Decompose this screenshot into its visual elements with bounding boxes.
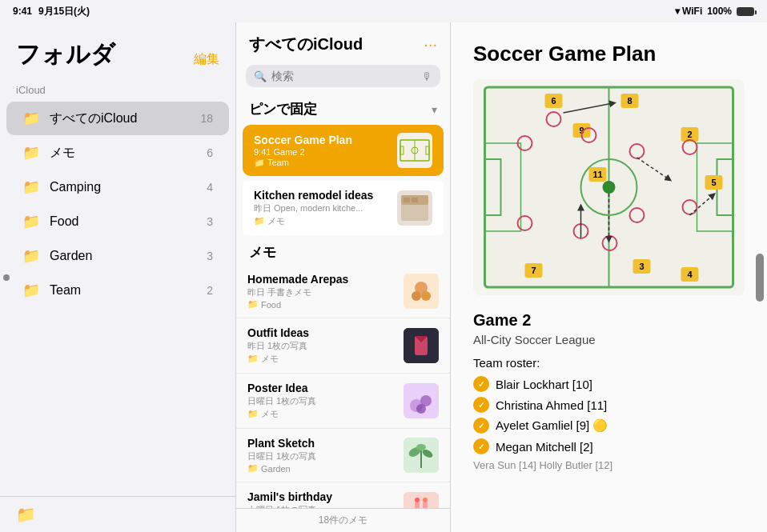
status-bar: 9:41 9月15日(火) ▾ WiFi 100% xyxy=(0,0,767,22)
roster-dot: ✓ xyxy=(473,376,489,392)
folder-icon: 📁 xyxy=(254,216,265,226)
folder-icon: 📁 xyxy=(247,354,259,364)
folder-name: Camping xyxy=(50,180,207,194)
svg-point-24 xyxy=(416,444,426,450)
folder-item-garden[interactable]: 📁 Garden 3 xyxy=(6,239,229,273)
game-title: Game 2 xyxy=(473,311,745,330)
detail-title: Soccer Game Plan xyxy=(473,42,745,66)
folder-count: 2 xyxy=(207,284,213,297)
svg-text:5: 5 xyxy=(711,178,716,187)
edit-button[interactable]: 編集 xyxy=(194,51,219,71)
folder-item-すべてのicloud[interactable]: 📁 すべてのiCloud 18 xyxy=(6,102,229,135)
pinned-note-kitchen[interactable]: Kitchen remodel ideas 昨日 Open, modern ki… xyxy=(243,181,444,235)
note-meta: 9:41 Game 2 xyxy=(254,147,389,157)
note-text: Poster Idea 日曜日 1枚の写真 📁 メモ xyxy=(247,382,396,420)
note-title: Plant Sketch xyxy=(247,437,396,450)
folders-panel: フォルダ 編集 iCloud 📁 すべてのiCloud 18 📁 メモ 6 📁 … xyxy=(0,22,236,532)
status-date: 9月15日(火) xyxy=(38,5,90,18)
folder-count: 3 xyxy=(207,250,213,262)
microphone-icon[interactable]: 🎙 xyxy=(422,70,432,82)
notes-panel-title: すべてのiCloud xyxy=(249,34,363,55)
note-thumbnail-birthday xyxy=(404,492,439,508)
note-birthday[interactable]: Jamil's birthday 土曜日 1枚の写真 📁 メモ xyxy=(236,482,450,508)
roster-dot: ✓ xyxy=(473,418,489,434)
note-title: Kitchen remodel ideas xyxy=(254,189,389,202)
folder-list: 📁 すべてのiCloud 18 📁 メモ 6 📁 Camping 4 📁 Foo… xyxy=(0,101,235,496)
note-meta: 日曜日 1枚の写真 xyxy=(247,395,396,407)
svg-text:2: 2 xyxy=(687,130,692,139)
battery-icon xyxy=(737,7,754,16)
folder-icon: 📁 xyxy=(247,463,259,474)
folder-item-camping[interactable]: 📁 Camping 4 xyxy=(6,170,229,204)
roster-name: Christina Ahmed [11] xyxy=(496,398,607,412)
folder-name: Garden xyxy=(50,249,207,263)
roster-name: Vera Sun [14] Holly Butler [12] xyxy=(473,459,612,471)
note-text: Outfit Ideas 昨日 1枚の写真 📁 メモ xyxy=(247,326,396,365)
pinned-section-header: ピンで固定 ▾ xyxy=(236,94,450,122)
wifi-icon: ▾ WiFi xyxy=(675,6,703,17)
note-text: Soccer Game Plan 9:41 Game 2 📁 Team xyxy=(254,134,389,168)
note-thumbnail-plant xyxy=(404,438,439,473)
status-time: 9:41 xyxy=(13,6,32,17)
folder-name: Team xyxy=(50,283,207,298)
roster-item-5: Vera Sun [14] Holly Butler [12] xyxy=(473,459,745,471)
folder-icon: 📁 xyxy=(22,213,40,230)
note-thumbnail-soccer xyxy=(397,133,432,168)
pinned-chevron-icon[interactable]: ▾ xyxy=(432,103,437,116)
note-folder: 📁 メモ xyxy=(247,353,396,365)
notes-section-header: メモ xyxy=(236,237,450,265)
svg-rect-8 xyxy=(412,198,418,202)
note-thumbnail-poster xyxy=(404,383,439,418)
roster-name: Ayelet Gamliel [9] 🟡 xyxy=(496,418,608,433)
new-folder-button[interactable]: 📁 xyxy=(16,505,36,524)
folder-icon: 📁 xyxy=(247,409,259,419)
note-meta: 日曜日 1枚の写真 xyxy=(247,450,396,462)
folder-icon: 📁 xyxy=(22,144,40,162)
search-bar[interactable]: 🔍 🎙 xyxy=(246,65,440,87)
note-outfit[interactable]: Outfit Ideas 昨日 1枚の写真 📁 メモ xyxy=(236,318,450,374)
svg-point-11 xyxy=(412,291,421,301)
svg-point-29 xyxy=(415,498,420,502)
svg-text:4: 4 xyxy=(687,270,693,279)
folder-item-メモ[interactable]: 📁 メモ 6 xyxy=(6,136,229,170)
note-title: Jamil's birthday xyxy=(247,490,396,503)
svg-point-12 xyxy=(421,291,431,301)
folder-icon: 📁 xyxy=(254,158,265,168)
notes-panel-header: すべてのiCloud ··· xyxy=(236,22,450,62)
note-arepas[interactable]: Homemade Arepas 昨日 手書きメモ 📁 Food xyxy=(236,265,450,318)
svg-rect-25 xyxy=(404,492,439,508)
folder-item-food[interactable]: 📁 Food 3 xyxy=(6,205,229,238)
note-title: Poster Idea xyxy=(247,382,396,394)
note-folder: 📁 Food xyxy=(247,299,396,310)
folder-count: 4 xyxy=(207,181,213,194)
note-text: Jamil's birthday 土曜日 1枚の写真 📁 メモ xyxy=(247,490,396,508)
svg-text:6: 6 xyxy=(551,96,556,106)
folder-icon: 📁 xyxy=(22,282,40,299)
folder-item-team[interactable]: 📁 Team 2 xyxy=(6,274,229,307)
folder-icon: 📁 xyxy=(247,299,259,310)
folders-footer: 📁 xyxy=(0,496,235,532)
folder-count: 18 xyxy=(200,112,213,125)
folders-header: フォルダ 編集 xyxy=(0,22,235,81)
svg-rect-28 xyxy=(423,502,428,508)
search-input[interactable] xyxy=(271,70,417,82)
note-meta: 昨日 Open, modern kitche... xyxy=(254,202,389,214)
roster-name: Blair Lockhart [10] xyxy=(496,378,592,391)
svg-point-57 xyxy=(603,181,616,194)
folder-count: 6 xyxy=(207,146,213,159)
note-text: Plant Sketch 日曜日 1枚の写真 📁 Garden xyxy=(247,437,396,474)
note-plant[interactable]: Plant Sketch 日曜日 1枚の写真 📁 Garden xyxy=(236,429,450,482)
note-poster[interactable]: Poster Idea 日曜日 1枚の写真 📁 メモ xyxy=(236,374,450,429)
svg-text:11: 11 xyxy=(592,170,602,179)
home-indicator[interactable] xyxy=(756,254,764,302)
more-options-button[interactable]: ··· xyxy=(424,35,437,54)
roster-item-1: ✓ Blair Lockhart [10] xyxy=(473,376,745,392)
game-subtitle: All-City Soccer League xyxy=(473,333,745,346)
notes-count: 18件のメモ xyxy=(319,514,367,526)
roster-name: Megan Mitchell [2] xyxy=(496,440,593,454)
folder-icon: 📁 xyxy=(22,178,40,196)
note-folder: 📁 Team xyxy=(254,158,389,168)
svg-point-19 xyxy=(416,404,426,414)
note-title: Outfit Ideas xyxy=(247,326,396,339)
pinned-note-soccer[interactable]: Soccer Game Plan 9:41 Game 2 📁 Team xyxy=(243,125,444,176)
